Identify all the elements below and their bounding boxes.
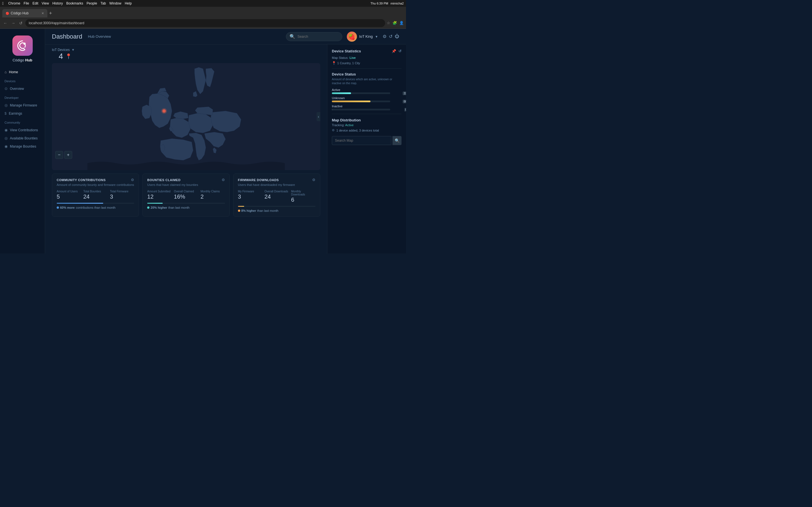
svg-point-0: [23, 43, 26, 45]
earnings-icon: $: [4, 111, 6, 115]
panel-pin-icon[interactable]: 📌: [392, 49, 396, 53]
user-dropdown-icon: ▼: [375, 35, 378, 38]
inactive-label: Inactive: [332, 105, 402, 108]
mac-menubar-right: Thu 6:39 PM mimicha2: [370, 2, 404, 5]
search-icon: 🔍: [290, 34, 295, 39]
sidebar-item-available-bounties[interactable]: ◎ Available Bounties: [0, 134, 45, 142]
search-map-input[interactable]: [332, 136, 391, 145]
menu-bookmarks[interactable]: Bookmarks: [66, 1, 83, 5]
menu-people[interactable]: People: [87, 1, 97, 5]
community-progress-bar: [57, 203, 134, 204]
sidebar-item-view-contributions[interactable]: ◉ View Contributions: [0, 126, 45, 134]
app-container: Código Hub ⌂ Home Devices ⊙ Overview Dev…: [0, 29, 406, 253]
sidebar: Código Hub ⌂ Home Devices ⊙ Overview Dev…: [0, 29, 45, 253]
firmware-card-header: FIRMWARE DOWNLOADS ⚙: [238, 178, 315, 182]
sidebar-item-overview[interactable]: ⊙ Overview: [0, 84, 45, 93]
overview-icon: ⊙: [4, 87, 8, 91]
contributions-icon: ◉: [4, 128, 8, 132]
panel-divider-2: [332, 114, 402, 114]
bounties-card-header: BOUNTIES CLAIMED ⚙: [147, 178, 225, 182]
menu-view[interactable]: View: [42, 1, 49, 5]
dropdown-icon[interactable]: ▼: [71, 48, 75, 52]
device-statistics-title: Device Statistics 📌 ↺: [332, 49, 402, 53]
bounties-trend: 20% higher than last month: [147, 206, 225, 209]
refresh-icon[interactable]: ↺: [389, 34, 393, 39]
mac-menubar-left:  Chrome File Edit View History Bookmark…: [2, 1, 132, 6]
sidebar-item-manage-bounties[interactable]: ◉ Manage Bounties: [0, 142, 45, 151]
firmware-card-subtitle: Users that have downloaded my firmware: [238, 183, 315, 186]
map-collapse-button[interactable]: ‹: [317, 112, 320, 121]
logo-icon: [12, 36, 33, 56]
map-distribution-title: Map Distribution: [332, 118, 402, 122]
location-icon: 📍: [332, 61, 336, 65]
tracking-row: Tracking: Active: [332, 123, 402, 127]
search-map-button[interactable]: 🔍: [393, 136, 402, 145]
firmware-card-gear-icon[interactable]: ⚙: [312, 178, 315, 182]
sidebar-item-earnings[interactable]: $ Earnings: [0, 109, 45, 117]
inactive-bar-track: [332, 109, 390, 110]
firmware-progress-fill: [238, 206, 244, 207]
firmware-stat-overall: Overall Downloads 24: [264, 190, 289, 203]
active-pct: 33%: [403, 92, 406, 95]
panel-refresh-icon[interactable]: ↺: [398, 49, 402, 53]
bounties-progress-bar: [147, 203, 225, 204]
sidebar-item-manage-firmware[interactable]: ◎ Manage Firmware: [0, 101, 45, 109]
header-search[interactable]: 🔍: [286, 32, 342, 41]
firmware-downloads-card: FIRMWARE DOWNLOADS ⚙ Users that have dow…: [233, 173, 320, 217]
address-bar[interactable]: localhost:3000/#app/main/dashboard: [26, 19, 385, 27]
active-status-row: Active 33%: [332, 88, 402, 94]
mac-menubar:  Chrome File Edit View History Bookmark…: [0, 0, 406, 7]
community-card-header: COMMUNITY CONTRIBUTIONS ⚙: [57, 178, 134, 182]
extensions-icon[interactable]: 🧩: [393, 21, 397, 25]
map-zoom-out-button[interactable]: −: [55, 151, 63, 159]
search-input[interactable]: [297, 35, 337, 39]
inactive-bar-fill: [332, 109, 333, 110]
new-tab-button[interactable]: +: [47, 9, 54, 17]
menu-chrome[interactable]: Chrome: [8, 1, 20, 5]
unknown-pct: 66%: [403, 100, 406, 103]
map-status-row: Map Status: Live: [332, 56, 402, 59]
community-card-title: COMMUNITY CONTRIBUTIONS: [57, 178, 106, 182]
content-area: IoT Devices ▼ 4 📍: [45, 45, 406, 253]
search-map-container: 🔍: [332, 136, 402, 145]
chrome-tabbar: 🔴 Código Hub ✕ +: [0, 7, 406, 17]
menu-history[interactable]: History: [52, 1, 63, 5]
menu-help[interactable]: Help: [124, 1, 132, 5]
nav-back-button[interactable]: ←: [2, 20, 8, 26]
menu-edit[interactable]: Edit: [33, 1, 38, 5]
sidebar-item-home[interactable]: ⌂ Home: [0, 68, 45, 76]
sidebar-section-community: Community: [0, 117, 45, 126]
iot-devices-label: IoT Devices ▼: [52, 48, 79, 52]
bounties-stat-submitted: Amount Submitted 12: [147, 190, 171, 200]
settings-icon[interactable]: ⚙: [383, 34, 387, 39]
menu-file[interactable]: File: [24, 1, 29, 5]
chrome-tab-active[interactable]: 🔴 Código Hub ✕: [2, 9, 47, 17]
profile-icon[interactable]: 👤: [399, 21, 404, 25]
bookmark-icon[interactable]: ☆: [387, 21, 390, 25]
menu-window[interactable]: Window: [109, 1, 121, 5]
nav-forward-button[interactable]: →: [10, 20, 16, 26]
power-icon[interactable]: ⏻: [395, 34, 399, 39]
tab-close-button[interactable]: ✕: [42, 11, 44, 15]
bounties-card-gear-icon[interactable]: ⚙: [221, 178, 225, 182]
page-subtitle: Hub Overview: [88, 34, 111, 39]
sidebar-section-devices: Devices: [0, 76, 45, 84]
user-name: IoT King: [359, 34, 373, 39]
firmware-card-title: FIRMWARE DOWNLOADS: [238, 178, 279, 182]
firmware-card-stats: My Firmware 3 Overall Downloads 24 Month…: [238, 190, 315, 203]
device-status-desc: Amount of devices which are active, unkn…: [332, 77, 402, 86]
header-user[interactable]: 🍓 IoT King ▼: [347, 32, 378, 42]
device-status-title: Device Status: [332, 72, 402, 76]
menu-tab[interactable]: Tab: [100, 1, 106, 5]
search-map-icon: 🔍: [395, 138, 400, 143]
firmware-icon: ◎: [4, 103, 8, 107]
logo-text: Código Hub: [12, 58, 32, 62]
community-trend: 60% more contributions than last month: [57, 206, 134, 209]
unknown-label: Unknown: [332, 96, 402, 100]
app-header: Dashboard Hub Overview 🔍 🍓 IoT King ▼ ⚙ …: [45, 29, 406, 45]
community-card-gear-icon[interactable]: ⚙: [131, 178, 134, 182]
address-text: localhost:3000/#app/main/dashboard: [29, 21, 84, 25]
map-zoom-in-button[interactable]: +: [64, 151, 72, 159]
panel-header-icons: 📌 ↺: [392, 49, 402, 53]
nav-refresh-button[interactable]: ↺: [18, 20, 24, 26]
